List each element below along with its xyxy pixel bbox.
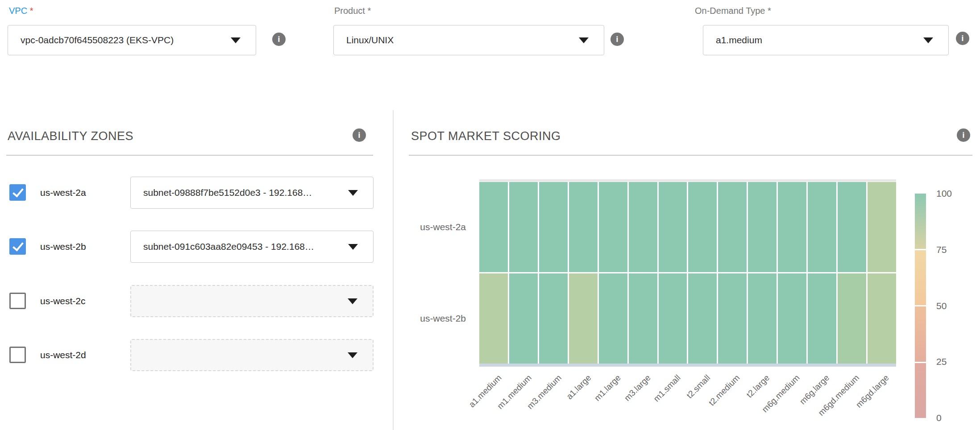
vpc-select-value: vpc-0adcb70f645508223 (EKS-VPC) [21, 35, 174, 45]
az-zone-label: us-west-2a [40, 177, 86, 209]
heatmap-cell [868, 273, 896, 364]
required-marker: * [768, 6, 771, 16]
heatmap-cell [539, 182, 568, 272]
heatmap-cell [688, 182, 717, 272]
heatmap-cell [599, 273, 627, 364]
heatmap-cell [659, 182, 687, 272]
chevron-down-icon [348, 190, 358, 196]
checkbox-us-west-2c[interactable] [9, 293, 26, 309]
product-select-value: Linux/UNIX [346, 35, 394, 45]
heatmap-cell [539, 273, 568, 364]
on-demand-type-info-icon[interactable] [956, 32, 969, 45]
product-label: Product * [334, 6, 371, 16]
required-marker: * [368, 6, 371, 16]
heatmap-cell [509, 182, 538, 272]
chevron-down-icon [348, 244, 358, 250]
heatmap-cell [509, 273, 538, 364]
checkbox-us-west-2a[interactable] [9, 184, 26, 201]
heatmap-cell [688, 273, 717, 364]
heatmap-grid [479, 182, 896, 364]
vpc-select[interactable]: vpc-0adcb70f645508223 (EKS-VPC) [8, 25, 256, 55]
required-marker: * [30, 6, 33, 16]
heatmap-cell [808, 182, 836, 272]
subnet-select-value: subnet-091c603aa82e09453 - 192.168… [143, 241, 314, 252]
checkbox-us-west-2b[interactable] [9, 238, 26, 255]
heatmap-cell [778, 273, 806, 364]
spot-market-scoring-title: SPOT MARKET SCORING [411, 129, 561, 143]
az-zone-label: us-west-2d [40, 339, 86, 371]
heatmap-y-label: us-west-2b [394, 313, 466, 324]
legend-gradient-segment [915, 194, 926, 249]
heatmap-top-axis-line [479, 179, 896, 182]
heatmap-cell [808, 273, 836, 364]
legend-tick-label: 100 [936, 188, 952, 199]
az-row-us-west-2b: us-west-2b subnet-091c603aa82e09453 - 19… [0, 231, 392, 263]
on-demand-type-label-text: On-Demand Type [695, 6, 765, 16]
heatmap-cell [748, 182, 777, 272]
chevron-down-icon [348, 352, 357, 358]
availability-zones-title: AVAILABILITY ZONES [8, 129, 133, 143]
vpc-label: VPC * [9, 6, 33, 16]
heatmap-cell [778, 182, 806, 272]
vertical-section-divider [393, 110, 394, 430]
heatmap-cell [629, 182, 657, 272]
checkbox-us-west-2d[interactable] [9, 347, 26, 363]
heatmap-color-legend [915, 194, 926, 418]
heatmap-cell [868, 182, 896, 272]
subnet-select-us-west-2c[interactable] [130, 285, 374, 317]
chevron-down-icon [579, 37, 589, 43]
legend-tick-label: 50 [936, 301, 947, 311]
heatmap-cell [718, 273, 747, 364]
spot-market-scoring-info-icon[interactable] [957, 128, 970, 142]
heatmap-cell [569, 273, 598, 364]
product-select[interactable]: Linux/UNIX [333, 25, 604, 55]
az-row-us-west-2c: us-west-2c [0, 285, 392, 317]
az-zone-label: us-west-2c [40, 285, 86, 317]
on-demand-type-label: On-Demand Type * [695, 6, 771, 16]
legend-gradient-segment [915, 250, 926, 306]
heatmap-cell [659, 273, 687, 364]
spot-market-scoring-divider [409, 155, 972, 156]
on-demand-type-select[interactable]: a1.medium [703, 25, 949, 55]
subnet-select-us-west-2a[interactable]: subnet-09888f7be5152d0e3 - 192.168… [130, 177, 374, 209]
az-row-us-west-2d: us-west-2d [0, 339, 392, 371]
legend-gradient-segment [915, 363, 926, 418]
subnet-select-value: subnet-09888f7be5152d0e3 - 192.168… [143, 187, 312, 198]
subnet-select-us-west-2b[interactable]: subnet-091c603aa82e09453 - 192.168… [130, 231, 374, 263]
availability-zones-divider [6, 155, 373, 156]
spot-config-page: VPC * vpc-0adcb70f645508223 (EKS-VPC) Pr… [0, 0, 980, 430]
legend-gradient-segment [915, 306, 926, 362]
heatmap-cell [479, 182, 508, 272]
legend-tick-label: 75 [936, 244, 947, 255]
az-zone-label: us-west-2b [40, 231, 86, 263]
heatmap-cell [748, 273, 777, 364]
heatmap-cell [838, 273, 866, 364]
heatmap-cell [599, 182, 627, 272]
heatmap-cell [838, 182, 866, 272]
vpc-info-icon[interactable] [272, 33, 286, 46]
heatmap-y-label: us-west-2a [394, 221, 466, 233]
chevron-down-icon [231, 37, 241, 43]
product-label-text: Product [334, 6, 365, 16]
heatmap-cell [629, 273, 657, 364]
on-demand-type-select-value: a1.medium [716, 35, 762, 45]
legend-tick-label: 0 [936, 413, 942, 423]
heatmap-bottom-axis-line [479, 364, 896, 367]
heatmap-cell [479, 273, 508, 364]
vpc-label-text: VPC [9, 6, 27, 16]
subnet-select-us-west-2d[interactable] [130, 339, 374, 371]
product-info-icon[interactable] [610, 33, 624, 46]
heatmap-cell [718, 182, 747, 272]
az-row-us-west-2a: us-west-2a subnet-09888f7be5152d0e3 - 19… [0, 177, 392, 209]
availability-zones-info-icon[interactable] [353, 128, 366, 142]
heatmap-cell [569, 182, 598, 272]
chevron-down-icon [348, 298, 357, 304]
legend-tick-label: 25 [936, 356, 947, 367]
chevron-down-icon [923, 37, 933, 43]
